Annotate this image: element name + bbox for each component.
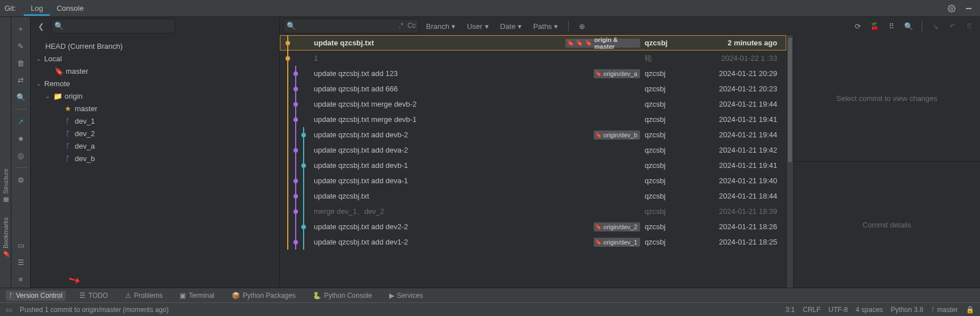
delete-icon[interactable]: 🗑: [14, 56, 28, 70]
undo-icon[interactable]: ↶: [945, 19, 960, 33]
caret-position[interactable]: 3:1: [786, 306, 795, 314]
commit-row[interactable]: update qzcsbj.txt add 123🔖origin/dev_aqz…: [280, 66, 786, 81]
back-icon[interactable]: ❮: [34, 19, 48, 33]
filter-user[interactable]: User ▾: [462, 20, 493, 33]
open-new-tab-icon[interactable]: ⊕: [574, 19, 589, 33]
refresh-icon[interactable]: ⟳: [850, 19, 865, 33]
remote-group[interactable]: ⌄Remote: [31, 77, 279, 90]
find-icon[interactable]: 🔍: [901, 19, 916, 33]
commit-list[interactable]: update qzcsbj.txt🔖🔖🔖origin & masterqzcsb…: [280, 35, 786, 288]
scrollbar[interactable]: [786, 35, 793, 288]
lock-icon[interactable]: 🔒: [966, 306, 974, 314]
line-separator[interactable]: CRLF: [803, 306, 820, 314]
file-encoding[interactable]: UTF-8: [829, 306, 848, 314]
commit-row[interactable]: update qzcsbj.txt merge devb-2qzcsbj2024…: [280, 96, 786, 112]
head-branch-row[interactable]: HEAD (Current Branch): [31, 40, 279, 52]
filter-paths[interactable]: Paths ▾: [529, 20, 563, 33]
search-icon: 🔍: [287, 22, 296, 30]
commit-date: 2024-01-22 1 :33: [690, 54, 786, 62]
tab-log[interactable]: Log: [24, 1, 50, 16]
goto-icon[interactable]: ↘: [928, 19, 943, 33]
tool-python-packages[interactable]: 📦Python Packages: [228, 290, 299, 301]
warn-icon: ⚠: [125, 292, 131, 300]
remote-origin[interactable]: ⌄📁origin: [31, 90, 279, 102]
branch-origin-devb[interactable]: ᚴdev_b: [31, 152, 279, 165]
tool-label: Terminal: [189, 292, 214, 300]
tab-console[interactable]: Console: [50, 1, 91, 16]
layout3-icon[interactable]: ≡: [14, 272, 28, 286]
commit-row[interactable]: update qzcsbj.txt add dev1-2🔖origin/dev_…: [280, 234, 786, 250]
scrollbar-thumb[interactable]: [788, 37, 792, 162]
commit-details-pane: Select commit to view changes Commit det…: [793, 35, 980, 288]
branch-origin-master[interactable]: ★master: [31, 102, 279, 115]
details-placeholder-bottom: Commit details: [863, 221, 911, 229]
commit-author: qzcsbj: [645, 176, 690, 185]
commit-refs: 🔖🔖🔖origin & master: [565, 39, 645, 48]
push-icon[interactable]: ↗: [14, 114, 28, 129]
tool-todo[interactable]: ☰TODO: [76, 290, 111, 301]
branch-origin-deva[interactable]: ᚴdev_a: [31, 140, 279, 152]
git-branch-widget[interactable]: ᚴ master: [931, 306, 958, 314]
commit-date: 2024-01-21 18:26: [690, 222, 786, 231]
list-icon: ☰: [79, 292, 86, 300]
regex-icon[interactable]: .*: [399, 22, 403, 30]
cherry-pick-icon[interactable]: 🍒: [867, 19, 882, 33]
commit-row[interactable]: update qzcsbj.txt add devb-2🔖origin/dev_…: [280, 127, 786, 142]
interpreter[interactable]: Python 3.8: [891, 306, 923, 314]
branch-tree[interactable]: HEAD (Current Branch) ⌄Local 🔖master ⌄Re…: [31, 35, 279, 288]
branch-local-master[interactable]: 🔖master: [31, 65, 279, 77]
commit-message: update qzcsbj.txt merge devb-2: [314, 100, 565, 108]
layout1-icon[interactable]: ▭: [14, 238, 28, 252]
branch-search-input[interactable]: [51, 19, 175, 33]
commit-row[interactable]: merge dev_1、dev_2qzcsbj2024-01-21 18:39: [280, 204, 786, 219]
commit-row[interactable]: update qzcsbj.txt add 666qzcsbj2024-01-2…: [280, 81, 786, 96]
edit-icon[interactable]: ✎: [14, 39, 28, 53]
commit-row[interactable]: 1轮2024-01-22 1 :33: [280, 50, 786, 66]
tool-terminal[interactable]: ▣Terminal: [176, 290, 218, 301]
chevron-down-icon: ▾: [451, 22, 455, 31]
target-icon[interactable]: ◎: [14, 148, 28, 163]
layout2-icon[interactable]: ☰: [14, 255, 28, 269]
matchcase-icon[interactable]: Cc: [407, 22, 416, 30]
commit-message: update qzcsbj.txt: [314, 192, 565, 200]
commit-row[interactable]: update qzcsbj.txt add deva-2qzcsbj2024-0…: [280, 142, 786, 158]
commit-message: update qzcsbj.txt add devb-2: [314, 130, 565, 139]
tool-python-console[interactable]: 🐍Python Console: [309, 290, 376, 301]
search-icon: 🔍: [54, 22, 63, 30]
gear-icon[interactable]: [945, 2, 958, 15]
diff-icon[interactable]: ⇄: [14, 73, 28, 87]
filter-branch[interactable]: Branch ▾: [421, 20, 460, 33]
structure-toolwindow-button[interactable]: ▦Structure: [2, 168, 9, 204]
add-icon[interactable]: ＋: [14, 22, 28, 36]
compare-icon[interactable]: ⠿: [962, 19, 977, 33]
tool-label: Python Console: [324, 292, 372, 300]
intellisort-icon[interactable]: ⠿: [884, 19, 899, 33]
commit-row[interactable]: update qzcsbj.txt🔖🔖🔖origin & masterqzcsb…: [280, 35, 786, 50]
local-group[interactable]: ⌄Local: [31, 52, 279, 65]
commit-author: qzcsbj: [645, 222, 690, 231]
tool-label: TODO: [88, 292, 108, 300]
commit-refs: 🔖origin/dev_b: [565, 130, 645, 140]
indent-setting[interactable]: 4 spaces: [856, 306, 883, 314]
commit-author: qzcsbj: [645, 115, 690, 124]
commit-row[interactable]: update qzcsbj.txt add deva-1qzcsbj2024-0…: [280, 173, 786, 188]
commit-row[interactable]: update qzcsbj.txt add dev2-2🔖origin/dev_…: [280, 219, 786, 234]
commit-message: update qzcsbj.txt add dev1-2: [314, 238, 565, 246]
commit-row[interactable]: update qzcsbj.txtqzcsbj2024-01-21 18:44: [280, 188, 786, 204]
bookmarks-toolwindow-button[interactable]: 🔖Bookmarks: [2, 217, 9, 258]
branch-origin-dev1[interactable]: ᚴdev_1: [31, 115, 279, 127]
find-icon[interactable]: 🔍: [14, 90, 28, 104]
commit-row[interactable]: update qzcsbj.txt add devb-1qzcsbj2024-0…: [280, 158, 786, 173]
tool-services[interactable]: ▶Services: [386, 290, 427, 301]
branch-origin-dev2[interactable]: ᚴdev_2: [31, 127, 279, 140]
settings-icon[interactable]: ⚙: [14, 172, 28, 187]
commit-row[interactable]: update qzcsbj.txt merge devb-1qzcsbj2024…: [280, 112, 786, 127]
tool-version-control[interactable]: ᚴVersion Control: [6, 290, 66, 301]
commit-message: update qzcsbj.txt add dev2-2: [314, 222, 565, 231]
commit-date: 2024-01-21 19:44: [690, 130, 786, 139]
star-icon[interactable]: ★: [14, 131, 28, 146]
filter-date[interactable]: Date ▾: [496, 20, 526, 33]
minimize-icon[interactable]: [962, 2, 975, 15]
popup-icon[interactable]: ▭: [6, 306, 12, 314]
tool-problems[interactable]: ⚠Problems: [122, 290, 167, 301]
